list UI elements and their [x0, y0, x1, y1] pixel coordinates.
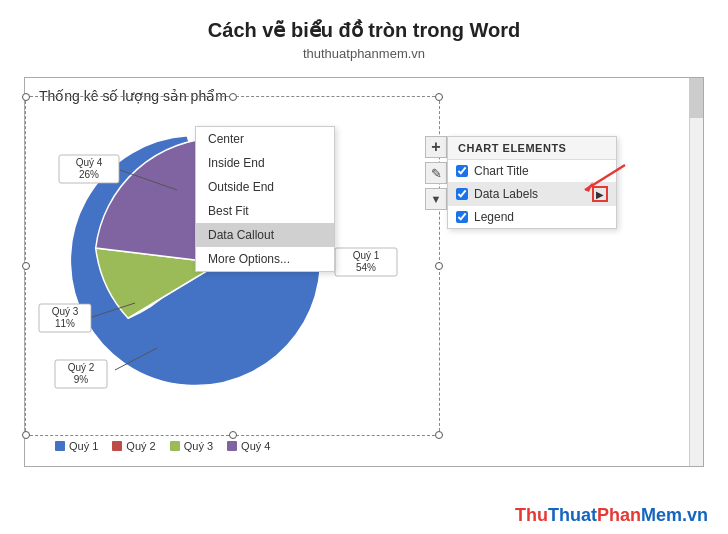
submenu-more-options[interactable]: More Options... — [196, 247, 334, 271]
legend-item-quy1: Quý 1 — [55, 440, 98, 452]
legend-item[interactable]: Legend — [448, 206, 616, 228]
page-header: Cách vẽ biểu đồ tròn trong Word thuthuat… — [0, 0, 728, 67]
svg-text:9%: 9% — [74, 374, 89, 385]
brand-thuat: Thuat — [548, 505, 597, 525]
chart-filter-button[interactable]: ▼ — [425, 188, 447, 210]
chart-style-button[interactable]: ✎ — [425, 162, 447, 184]
submenu-data-callout[interactable]: Data Callout — [196, 223, 334, 247]
page-title: Cách vẽ biểu đồ tròn trong Word — [0, 18, 728, 42]
chart-legend: Quý 1 Quý 2 Quý 3 Quý 4 — [55, 440, 270, 452]
submenu-best-fit[interactable]: Best Fit — [196, 199, 334, 223]
legend-label-quy2: Quý 2 — [126, 440, 155, 452]
legend-label-quy1: Quý 1 — [69, 440, 98, 452]
svg-text:Quý 1: Quý 1 — [353, 250, 380, 261]
data-labels-submenu: Center Inside End Outside End Best Fit D… — [195, 126, 335, 272]
brand-thu: Thu — [515, 505, 548, 525]
chart-elements-panel: CHART ELEMENTS Chart Title Data Labels ▶… — [447, 136, 617, 229]
submenu-inside-end[interactable]: Inside End — [196, 151, 334, 175]
svg-text:54%: 54% — [356, 262, 376, 273]
chart-title-item[interactable]: Chart Title — [448, 160, 616, 182]
handle-bot-mid[interactable] — [229, 431, 237, 439]
brand-phan: Phan — [597, 505, 641, 525]
svg-text:11%: 11% — [55, 318, 75, 329]
brand-vn: .vn — [682, 505, 708, 525]
content-area: Thống kê số lượng sản phẩm — [0, 77, 728, 467]
legend-item-quy2: Quý 2 — [112, 440, 155, 452]
legend-label-quy4: Quý 4 — [241, 440, 270, 452]
legend-dot-quy2 — [112, 441, 122, 451]
handle-bot-right[interactable] — [435, 431, 443, 439]
data-labels-item[interactable]: Data Labels ▶ — [448, 182, 616, 206]
handle-mid-right[interactable] — [435, 262, 443, 270]
handle-mid-left[interactable] — [22, 262, 30, 270]
legend-dot-quy3 — [170, 441, 180, 451]
submenu-center[interactable]: Center — [196, 127, 334, 151]
chart-title-checkbox[interactable] — [456, 165, 468, 177]
legend-item-quy3: Quý 3 — [170, 440, 213, 452]
add-element-button[interactable]: + — [425, 136, 447, 158]
panel-header: CHART ELEMENTS — [448, 137, 616, 160]
legend-checkbox[interactable] — [456, 211, 468, 223]
svg-text:Quý 2: Quý 2 — [68, 362, 95, 373]
data-labels-label: Data Labels — [474, 187, 586, 201]
submenu-outside-end[interactable]: Outside End — [196, 175, 334, 199]
svg-text:26%: 26% — [79, 169, 99, 180]
legend-dot-quy4 — [227, 441, 237, 451]
handle-bot-left[interactable] — [22, 431, 30, 439]
brand-mem: Mem — [641, 505, 682, 525]
footer-brand: ThuThuatPhanMem.vn — [515, 505, 708, 526]
data-labels-arrow[interactable]: ▶ — [592, 186, 608, 202]
chart-title: Thống kê số lượng sản phẩm — [39, 88, 693, 104]
svg-text:Quý 3: Quý 3 — [52, 306, 79, 317]
legend-label: Legend — [474, 210, 608, 224]
legend-dot-quy1 — [55, 441, 65, 451]
page-subtitle: thuthuatphanmem.vn — [0, 46, 728, 61]
legend-item-quy4: Quý 4 — [227, 440, 270, 452]
data-labels-checkbox[interactable] — [456, 188, 468, 200]
svg-text:Quý 4: Quý 4 — [76, 157, 103, 168]
word-frame: Thống kê số lượng sản phẩm — [24, 77, 704, 467]
side-toolbar: + ✎ ▼ — [425, 136, 447, 210]
handle-top-left[interactable] — [22, 93, 30, 101]
legend-label-quy3: Quý 3 — [184, 440, 213, 452]
chart-title-label: Chart Title — [474, 164, 608, 178]
